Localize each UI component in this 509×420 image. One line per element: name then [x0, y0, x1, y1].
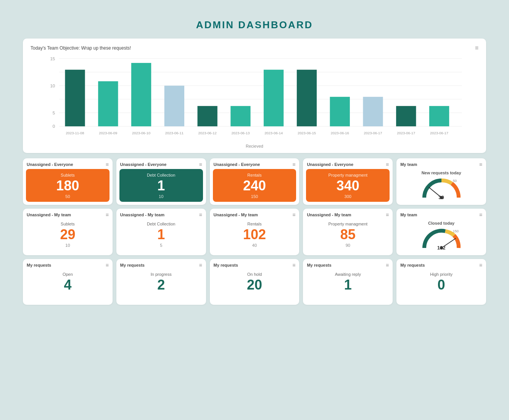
card-menu-icon[interactable]: ≡: [292, 161, 295, 167]
svg-text:2023-06-13: 2023-06-13: [231, 131, 250, 135]
card-menu-icon[interactable]: ≡: [292, 212, 295, 218]
svg-rect-10: [65, 70, 85, 126]
card-body-plain: In progress 2: [116, 270, 206, 296]
card-header-label: Unassigned - Everyone: [120, 162, 167, 167]
card-main-number: 29: [27, 227, 109, 242]
card-myteam-rentals: Unassigned - My team ≡ Rentals 102 40: [210, 209, 300, 255]
svg-text:2023-06-17: 2023-06-17: [364, 131, 382, 135]
card-menu-icon[interactable]: ≡: [386, 212, 389, 218]
card-category: Rentals: [214, 222, 296, 226]
row3-grid: My requests ≡ Open 4 My requests ≡ In pr…: [23, 259, 486, 305]
svg-rect-28: [363, 97, 383, 126]
card-body-plain: Open 4: [23, 270, 113, 296]
card-main-number: 4: [27, 277, 109, 293]
chart-card: Today's Team Objective: Wrap up these re…: [23, 39, 486, 153]
card-sub-number: 300: [310, 194, 386, 199]
card-unassigned-sublets: Unassigned - Everyone ≡ Sublets 180 50: [23, 158, 113, 205]
svg-rect-20: [230, 106, 250, 126]
card-category: Property managment: [310, 173, 386, 177]
svg-rect-16: [164, 86, 184, 127]
svg-rect-24: [297, 70, 317, 126]
card-myrequests-highpriority: My requests ≡ High priority 0: [396, 259, 486, 305]
card-category: Rentals: [217, 173, 293, 177]
card-menu-icon[interactable]: ≡: [292, 262, 295, 268]
bar-chart-svg: 15 10 5 0 2023-11-08 2023-06-09 2023-06-…: [31, 55, 478, 142]
card-category: Sublets: [27, 222, 109, 226]
gauge-value: 39: [438, 195, 444, 200]
svg-rect-26: [330, 97, 350, 126]
card-menu-icon[interactable]: ≡: [479, 262, 482, 268]
card-category: On hold: [214, 272, 296, 277]
card-menu-icon[interactable]: ≡: [199, 212, 202, 218]
svg-text:150: 150: [453, 229, 459, 233]
gauge-wrapper: 150 132: [420, 227, 462, 250]
card-header-label: My team: [400, 212, 417, 217]
card-header-label: Unassigned - My team: [214, 212, 258, 217]
card-category: Debt Collection: [123, 173, 199, 177]
card-body-plain: Debt Collection 1 5: [116, 219, 206, 251]
card-header-label: Unassigned - My team: [307, 212, 351, 217]
card-sub-number: 10: [27, 243, 109, 248]
card-menu-icon[interactable]: ≡: [199, 262, 202, 268]
card-body-plain: Sublets 29 10: [23, 219, 113, 251]
svg-text:2023-06-17: 2023-06-17: [397, 131, 415, 135]
page-wrapper: ADMIN DASHBOARD Today's Team Objective: …: [11, 11, 498, 320]
card-header-label: My team: [400, 162, 417, 167]
card-unassigned-property: Unassigned - Everyone ≡ Property managme…: [303, 158, 393, 205]
card-header-label: Unassigned - My team: [120, 212, 164, 217]
svg-text:2023-06-17: 2023-06-17: [430, 131, 448, 135]
card-myteam-closed: My team ≡ Closed today 150: [396, 209, 486, 255]
card-main-number: 340: [310, 178, 386, 193]
card-menu-icon[interactable]: ≡: [106, 212, 109, 218]
card-main-number: 20: [214, 277, 296, 293]
chart-title: Today's Team Objective: Wrap up these re…: [31, 45, 131, 51]
svg-rect-12: [98, 81, 118, 126]
card-sub-number: 90: [307, 243, 389, 248]
card-header-label: Unassigned - Everyone: [214, 162, 260, 167]
chart-header: Today's Team Objective: Wrap up these re…: [31, 45, 478, 51]
gauge-body: New requests today 50: [396, 169, 486, 205]
card-main-number: 85: [307, 227, 389, 242]
card-menu-icon[interactable]: ≡: [106, 161, 109, 167]
card-category: High priority: [400, 272, 482, 277]
card-menu-icon[interactable]: ≡: [199, 161, 202, 167]
card-header-label: My requests: [400, 263, 425, 267]
card-body-plain: On hold 20: [210, 270, 300, 296]
svg-text:2023-06-11: 2023-06-11: [165, 131, 184, 135]
card-myrequests-onhold: My requests ≡ On hold 20: [210, 259, 300, 305]
svg-text:15: 15: [50, 56, 55, 61]
svg-rect-22: [264, 70, 283, 126]
card-category: In progress: [120, 272, 202, 277]
card-menu-icon[interactable]: ≡: [386, 161, 389, 167]
card-main-number: 1: [123, 178, 199, 193]
chart-menu-icon[interactable]: ≡: [475, 45, 478, 51]
card-myteam-sublets: Unassigned - My team ≡ Sublets 29 10: [23, 209, 113, 255]
card-sub-number: 40: [214, 243, 296, 248]
card-myteam-property: Unassigned - My team ≡ Property managmen…: [303, 209, 393, 255]
card-category: Sublets: [30, 173, 106, 177]
card-body: Debt Collection 1 10: [119, 169, 203, 202]
card-main-number: 180: [30, 178, 106, 193]
card-sub-number: 50: [30, 194, 106, 199]
card-sub-number: 10: [123, 194, 199, 199]
card-body: Property managment 340 300: [306, 169, 390, 202]
svg-text:2023-06-10: 2023-06-10: [132, 131, 150, 135]
gauge-value: 132: [437, 245, 446, 251]
card-menu-icon[interactable]: ≡: [479, 161, 482, 167]
card-menu-icon[interactable]: ≡: [106, 262, 109, 268]
card-header-label: Unassigned - Everyone: [27, 162, 73, 167]
chart-area: 15 10 5 0 2023-11-08 2023-06-09 2023-06-…: [31, 55, 478, 142]
card-myrequests-open: My requests ≡ Open 4: [23, 259, 113, 305]
svg-rect-18: [198, 106, 217, 126]
card-main-number: 2: [120, 277, 202, 293]
card-header-label: My requests: [120, 263, 145, 267]
card-menu-icon[interactable]: ≡: [479, 212, 482, 218]
svg-text:2023-06-16: 2023-06-16: [331, 131, 349, 135]
svg-text:2023-06-12: 2023-06-12: [198, 131, 217, 135]
card-category: Property managment: [307, 222, 389, 226]
card-menu-icon[interactable]: ≡: [386, 262, 389, 268]
card-category: Debt Collection: [120, 222, 202, 226]
card-myteam-debt: Unassigned - My team ≡ Debt Collection 1…: [116, 209, 206, 255]
card-header-label: My requests: [214, 263, 238, 267]
card-body-plain: Awaiting reply 1: [303, 270, 393, 296]
